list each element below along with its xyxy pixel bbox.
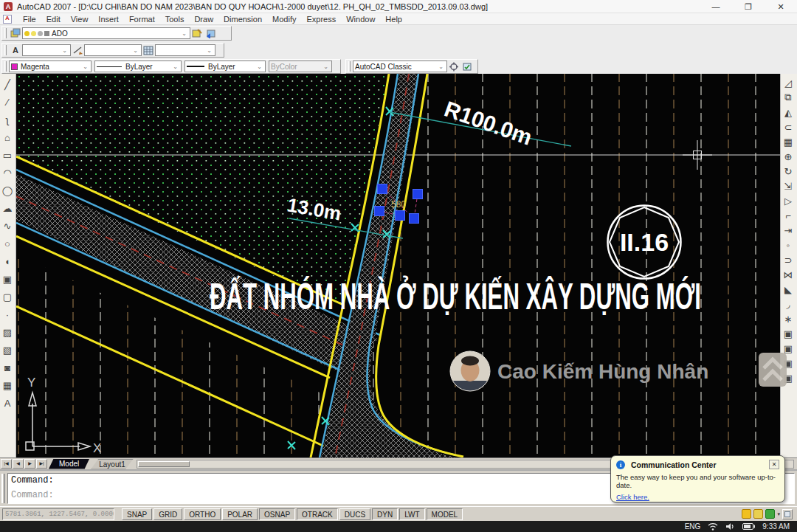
toggle-ducs[interactable]: DUCS — [339, 508, 370, 520]
menu-file[interactable]: File — [18, 15, 41, 24]
wifi-icon[interactable] — [708, 522, 718, 531]
gradient-icon[interactable]: ▧ — [0, 341, 15, 359]
spline-icon[interactable]: ∿ — [0, 217, 15, 235]
mtext-icon[interactable]: A — [0, 394, 15, 412]
layer-previous-icon[interactable] — [204, 27, 217, 40]
make-layer-current-icon[interactable] — [190, 27, 204, 40]
fillet-icon[interactable]: ◞ — [781, 297, 796, 311]
clean-screen-button[interactable] — [782, 509, 793, 519]
extend-icon[interactable]: ⇥ — [781, 223, 796, 238]
revision-cloud-icon[interactable]: ☁ — [0, 199, 15, 217]
polygon-icon[interactable]: ⌂ — [0, 128, 15, 146]
trim-icon[interactable]: ⌐ — [781, 208, 796, 223]
linetype-dropdown[interactable]: ByLayer ⌄ — [94, 61, 182, 72]
menu-insert[interactable]: Insert — [93, 15, 124, 24]
toolbar-grip[interactable] — [348, 61, 351, 72]
tab-first-button[interactable]: |◀ — [1, 459, 12, 469]
tab-prev-button[interactable]: ◀ — [13, 459, 24, 469]
text-style-dropdown[interactable]: ⌄ — [22, 44, 71, 56]
ellipse-arc-icon[interactable]: ◖ — [0, 252, 15, 270]
circle-icon[interactable]: ◯ — [0, 182, 15, 199]
menu-tools[interactable]: Tools — [160, 15, 190, 24]
dim-style-icon[interactable] — [71, 44, 84, 57]
menu-dimension[interactable]: Dimension — [218, 15, 267, 24]
close-button[interactable]: ✕ — [765, 0, 797, 13]
table-icon[interactable]: ▦ — [0, 376, 15, 394]
chevron-down-icon[interactable]: ⌄ — [171, 63, 179, 70]
toggle-ortho[interactable]: ORTHO — [184, 508, 221, 520]
chevron-down-icon[interactable]: ⌄ — [180, 30, 188, 37]
menu-draw[interactable]: Draw — [189, 15, 218, 24]
polyline-icon[interactable]: ʅ — [0, 111, 15, 128]
minimize-button[interactable]: — — [700, 0, 732, 13]
workspace-dropdown[interactable]: AutoCAD Classic ⌄ — [353, 61, 447, 72]
tab-next-button[interactable]: ▶ — [24, 459, 35, 469]
scale-icon[interactable]: ⇲ — [781, 179, 796, 193]
point-icon[interactable]: · — [0, 305, 15, 323]
tray-arrow-icon[interactable]: ▾ — [777, 511, 780, 517]
toggle-lwt[interactable]: LWT — [399, 508, 424, 520]
toolbar-grip[interactable] — [4, 61, 7, 72]
menu-view[interactable]: View — [66, 15, 94, 24]
menu-format[interactable]: Format — [124, 15, 160, 24]
draw-order-front-icon[interactable]: ▣ — [781, 326, 796, 341]
rotate-icon[interactable]: ↻ — [781, 164, 796, 179]
balloon-link[interactable]: Click here. — [616, 493, 649, 501]
drawing-canvas[interactable]: R100.0m 13.0m 580 ĐẤT NHÓM NHÀ Ở DỰ — [16, 74, 780, 457]
copy-icon[interactable]: ⧉ — [781, 90, 796, 105]
make-block-icon[interactable]: ▢ — [0, 288, 15, 305]
chevron-down-icon[interactable]: ⌄ — [205, 47, 213, 54]
move-icon[interactable]: ⊕ — [781, 149, 796, 164]
speaker-icon[interactable] — [725, 522, 735, 531]
dim-style-dropdown[interactable]: ⌄ — [84, 44, 142, 56]
layer-properties-icon[interactable] — [9, 27, 22, 40]
communication-center-icon[interactable] — [742, 509, 751, 519]
balloon-close-icon[interactable]: ✕ — [769, 460, 779, 469]
insert-block-icon[interactable]: ▣ — [0, 270, 15, 288]
battery-icon[interactable] — [742, 523, 755, 530]
ellipse-icon[interactable]: ○ — [0, 235, 15, 252]
toggle-polar[interactable]: POLAR — [222, 508, 258, 520]
menu-modify[interactable]: Modify — [267, 15, 301, 24]
color-dropdown[interactable]: Magenta ⌄ — [9, 61, 92, 72]
toolbar-lock-icon[interactable] — [753, 509, 763, 519]
explode-icon[interactable]: ∗ — [781, 311, 796, 326]
hatch-icon[interactable]: ▨ — [0, 323, 15, 341]
scrollbar-thumb[interactable] — [138, 461, 190, 467]
stretch-icon[interactable]: ▷ — [781, 193, 796, 208]
workspace-settings-icon[interactable] — [447, 61, 460, 73]
erase-icon[interactable]: ◿ — [781, 75, 796, 90]
menu-help[interactable]: Help — [380, 15, 407, 24]
coordinate-display[interactable]: 5781.3861, 1227.5467, 0.0000 — [2, 508, 114, 520]
command-window-grip[interactable] — [1, 474, 5, 503]
arc-icon[interactable]: ◠ — [0, 164, 15, 182]
table-style-icon[interactable] — [142, 44, 155, 57]
chevron-down-icon[interactable]: ⌄ — [61, 47, 69, 54]
validation-icon[interactable] — [765, 509, 775, 519]
region-icon[interactable]: ◙ — [0, 359, 15, 376]
tab-model[interactable]: Model — [49, 459, 89, 469]
layer-dropdown[interactable]: ADO ⌄ — [22, 27, 190, 39]
chamfer-icon[interactable]: ◣ — [781, 282, 796, 297]
toggle-dyn[interactable]: DYN — [372, 508, 398, 520]
toolbar-grip[interactable] — [4, 28, 7, 38]
chevron-down-icon[interactable]: ⌄ — [437, 63, 445, 70]
break-icon[interactable]: ⊃ — [781, 252, 796, 267]
mirror-icon[interactable]: ◭ — [781, 105, 796, 120]
my-workspace-icon[interactable] — [460, 61, 474, 73]
rectangle-icon[interactable]: ▭ — [0, 146, 15, 164]
toggle-otrack[interactable]: OTRACK — [297, 508, 338, 520]
line-icon[interactable]: ╱ — [0, 75, 15, 93]
lineweight-dropdown[interactable]: ByLayer ⌄ — [184, 61, 266, 72]
toggle-model[interactable]: MODEL — [427, 508, 463, 520]
menu-express[interactable]: Express — [301, 15, 341, 24]
chevron-down-icon[interactable]: ⌄ — [255, 63, 263, 70]
clock[interactable]: 9:33 AM — [762, 522, 790, 531]
join-icon[interactable]: ⋈ — [781, 267, 796, 282]
tab-last-button[interactable]: ▶| — [36, 459, 47, 469]
toggle-grid[interactable]: GRID — [153, 508, 182, 520]
text-style-icon[interactable]: A — [9, 44, 22, 57]
offset-icon[interactable]: ⊂ — [781, 120, 796, 134]
toggle-snap[interactable]: SNAP — [122, 508, 152, 520]
toggle-osnap[interactable]: OSNAP — [259, 508, 295, 520]
